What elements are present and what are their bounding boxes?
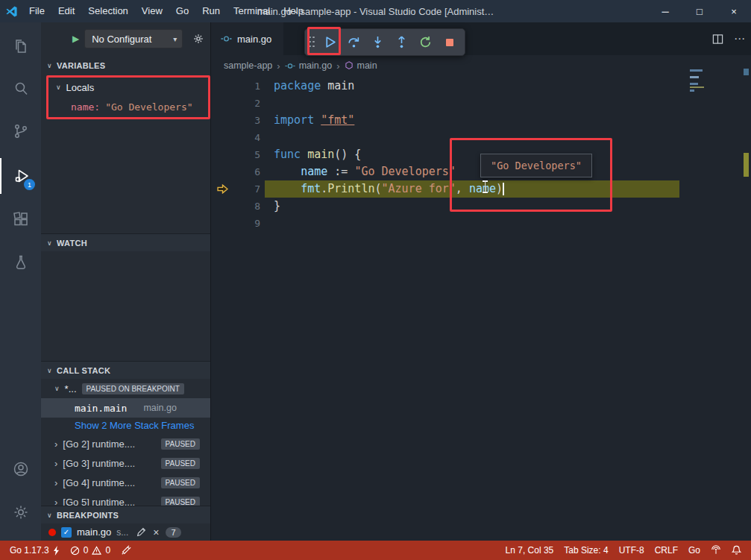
testing-flask-icon[interactable] bbox=[0, 245, 41, 280]
code-line-9[interactable]: 9 bbox=[211, 215, 751, 232]
step-out-button[interactable] bbox=[391, 31, 412, 53]
goroutine-label: [Go 4] runtime.... bbox=[63, 477, 155, 488]
extensions-icon[interactable] bbox=[0, 201, 41, 237]
restart-button[interactable] bbox=[415, 31, 436, 53]
chevron-right-icon: › bbox=[54, 477, 57, 488]
vscode-logo-icon bbox=[0, 5, 22, 18]
line-gutter[interactable]: 5 bbox=[211, 146, 265, 163]
debug-session-item[interactable] bbox=[116, 541, 136, 560]
code-text[interactable]: name := "Go Developers" bbox=[265, 163, 679, 180]
variable-row[interactable]: name: "Go Developers" bbox=[41, 97, 210, 116]
line-gutter[interactable]: 8 bbox=[211, 198, 265, 215]
code-line-8[interactable]: 8} bbox=[211, 198, 751, 215]
code-text[interactable] bbox=[265, 215, 679, 232]
callstack-frame-row-selected[interactable]: main.main main.go bbox=[41, 398, 210, 418]
locals-scope-row[interactable]: ∨ Locals bbox=[41, 78, 210, 97]
stop-button[interactable] bbox=[439, 31, 460, 53]
callstack-goroutine-row[interactable]: ›[Go 4] runtime....PAUSED bbox=[41, 473, 210, 492]
show-more-frames-link[interactable]: Show 2 More Stack Frames bbox=[41, 418, 210, 432]
search-icon[interactable] bbox=[0, 71, 41, 107]
line-gutter[interactable]: 7 bbox=[211, 180, 265, 198]
debug-sidebar: ▶ No Configurat ▾ ∨ VARIABLES ∨ Locals n… bbox=[41, 22, 211, 541]
chevron-down-icon: ∨ bbox=[47, 62, 52, 69]
eol-item[interactable]: CRLF bbox=[650, 545, 683, 556]
code-line-7[interactable]: 7 fmt.Println("Azure for", name) bbox=[211, 180, 751, 198]
menu-selection[interactable]: Selection bbox=[81, 0, 134, 22]
menu-go[interactable]: Go bbox=[169, 0, 195, 22]
menu-file[interactable]: File bbox=[22, 0, 51, 22]
problems-item[interactable]: 0 0 bbox=[65, 541, 116, 560]
line-gutter[interactable]: 6 bbox=[211, 163, 265, 180]
breakpoint-checkbox[interactable]: ✓ bbox=[61, 527, 72, 538]
chevron-right-icon: › bbox=[54, 497, 57, 506]
tab-size-item[interactable]: Tab Size: 4 bbox=[559, 545, 613, 556]
code-text[interactable]: import "fmt" bbox=[265, 112, 679, 129]
debug-settings-gear-icon[interactable] bbox=[192, 33, 204, 45]
line-number: 1 bbox=[254, 78, 260, 95]
maximize-button[interactable]: □ bbox=[682, 0, 717, 22]
go-version-item[interactable]: Go 1.17.3 bbox=[4, 541, 65, 560]
watch-section-header[interactable]: ∨ WATCH bbox=[41, 233, 210, 251]
goroutine-label: [Go 2] runtime.... bbox=[63, 438, 155, 450]
tab-bar: main.go ⋯ bbox=[211, 22, 751, 55]
encoding-item[interactable]: UTF-8 bbox=[614, 545, 650, 556]
callstack-goroutine-row[interactable]: ›[Go 2] runtime....PAUSED bbox=[41, 434, 210, 453]
callstack-section-header[interactable]: ∨ CALL STACK bbox=[41, 361, 210, 379]
code-text[interactable] bbox=[265, 95, 679, 112]
split-editor-icon[interactable] bbox=[712, 34, 723, 45]
breakpoint-row[interactable]: ✓ main.go s... × 7 bbox=[41, 523, 210, 541]
menu-run[interactable]: Run bbox=[195, 0, 227, 22]
settings-gear-icon[interactable] bbox=[0, 494, 41, 530]
chevron-down-icon: ∨ bbox=[47, 512, 52, 519]
step-into-button[interactable] bbox=[367, 31, 389, 53]
line-gutter[interactable]: 3 bbox=[211, 112, 265, 129]
code-text[interactable]: func main() { bbox=[265, 146, 679, 163]
breadcrumb-symbol[interactable]: main bbox=[345, 60, 377, 71]
source-control-icon[interactable] bbox=[0, 113, 41, 149]
callstack-thread-row[interactable]: ∨ *... PAUSED ON BREAKPOINT bbox=[41, 379, 210, 398]
code-line-3[interactable]: 3import "fmt" bbox=[211, 112, 751, 129]
code-line-1[interactable]: 1package main bbox=[211, 78, 751, 95]
tab-main-go[interactable]: main.go bbox=[211, 22, 283, 55]
breakpoint-dot-icon bbox=[48, 529, 56, 536]
account-icon[interactable] bbox=[0, 451, 41, 487]
breadcrumb-folder[interactable]: sample-app bbox=[224, 60, 272, 71]
toolbar-drag-handle[interactable] bbox=[308, 35, 315, 50]
line-number: 6 bbox=[254, 163, 260, 180]
breadcrumb-file[interactable]: main.go bbox=[285, 60, 332, 71]
step-over-button[interactable] bbox=[343, 31, 365, 53]
code-text[interactable]: package main bbox=[265, 78, 679, 95]
debug-config-dropdown[interactable]: No Configurat ▾ bbox=[84, 29, 183, 48]
start-debug-icon[interactable]: ▶ bbox=[72, 34, 79, 44]
notifications-bell-icon[interactable] bbox=[726, 545, 747, 556]
code-line-2[interactable]: 2 bbox=[211, 95, 751, 112]
line-gutter[interactable]: 9 bbox=[211, 215, 265, 232]
explorer-icon[interactable] bbox=[0, 28, 41, 64]
menu-view[interactable]: View bbox=[135, 0, 169, 22]
line-gutter[interactable]: 1 bbox=[211, 78, 265, 95]
remote-indicator-icon[interactable] bbox=[706, 545, 726, 555]
remove-breakpoint-icon[interactable]: × bbox=[153, 526, 159, 538]
run-debug-icon[interactable]: 1 bbox=[0, 158, 41, 194]
code-text[interactable] bbox=[265, 129, 679, 146]
breakpoints-section-header[interactable]: ∨ BREAKPOINTS bbox=[41, 506, 210, 523]
code-text[interactable]: } bbox=[265, 198, 679, 215]
minimap[interactable] bbox=[690, 69, 712, 93]
code-line-4[interactable]: 4 bbox=[211, 129, 751, 146]
callstack-goroutine-row[interactable]: ›[Go 5] runtime....PAUSED bbox=[41, 492, 210, 506]
edit-breakpoint-icon[interactable] bbox=[136, 527, 146, 537]
continue-button[interactable] bbox=[319, 31, 341, 53]
more-actions-icon[interactable]: ⋯ bbox=[734, 32, 745, 45]
language-item[interactable]: Go bbox=[683, 545, 706, 556]
code-text[interactable]: fmt.Println("Azure for", name) bbox=[265, 180, 679, 198]
line-gutter[interactable]: 4 bbox=[211, 129, 265, 146]
overview-ruler-current-line bbox=[744, 153, 749, 177]
breadcrumb-separator: › bbox=[336, 60, 339, 72]
cursor-position-item[interactable]: Ln 7, Col 35 bbox=[500, 545, 559, 556]
callstack-goroutine-row[interactable]: ›[Go 3] runtime....PAUSED bbox=[41, 453, 210, 473]
line-gutter[interactable]: 2 bbox=[211, 95, 265, 112]
menu-edit[interactable]: Edit bbox=[51, 0, 81, 22]
minimize-button[interactable]: ─ bbox=[648, 0, 682, 22]
close-button[interactable]: × bbox=[717, 0, 751, 22]
variables-section-header[interactable]: ∨ VARIABLES bbox=[41, 57, 210, 75]
